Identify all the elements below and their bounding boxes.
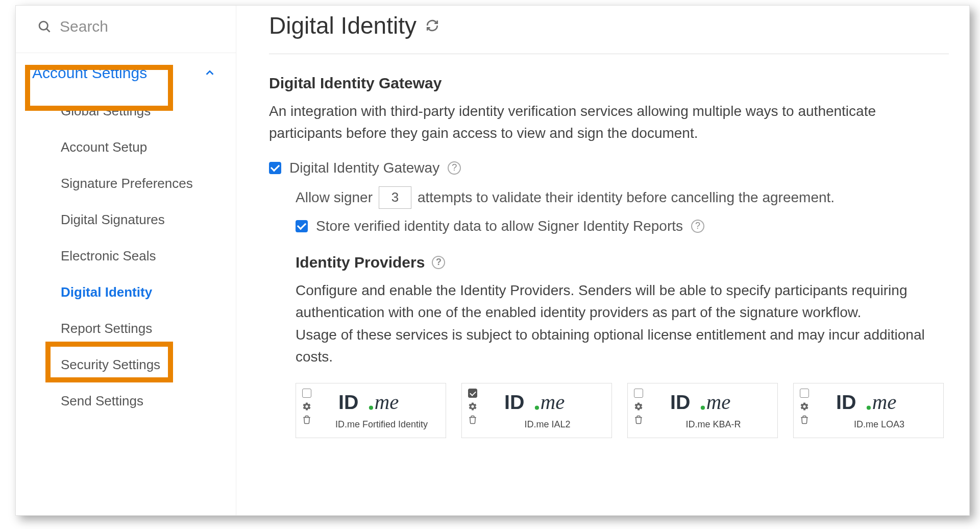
svg-point-9 <box>700 405 704 410</box>
chevron-up-icon <box>204 67 215 79</box>
svg-text:me: me <box>706 392 730 414</box>
main-panel: Digital Identity Digital Identity Gatewa… <box>236 6 969 515</box>
provider-card-loa3[interactable]: IDme ID.me LOA3 <box>793 383 944 438</box>
trash-icon[interactable] <box>800 415 809 424</box>
provider-card-fortified[interactable]: IDme ID.me Fortified Identity <box>296 383 446 438</box>
provider-caption: ID.me KBA-R <box>685 419 741 430</box>
sidebar-item-global-settings[interactable]: Global Settings <box>16 93 236 129</box>
gear-icon[interactable] <box>302 402 311 411</box>
provider-enable-checkbox[interactable] <box>468 389 477 398</box>
svg-point-0 <box>39 21 47 30</box>
idme-logo-icon: IDme <box>670 392 757 416</box>
provider-caption: ID.me Fortified Identity <box>335 419 428 430</box>
store-identity-label: Store verified identity data to allow Si… <box>316 218 683 234</box>
provider-enable-checkbox[interactable] <box>302 389 311 398</box>
sidebar-item-security-settings[interactable]: Security Settings <box>16 347 236 383</box>
sidebar-item-digital-signatures[interactable]: Digital Signatures <box>16 202 236 238</box>
svg-text:ID: ID <box>338 392 358 413</box>
gateway-enable-checkbox[interactable] <box>269 162 281 174</box>
providers-heading: Identity Providers <box>296 254 445 271</box>
idme-logo-icon: IDme <box>338 392 425 416</box>
sidebar-item-report-settings[interactable]: Report Settings <box>16 310 236 347</box>
attempts-input[interactable] <box>379 186 411 209</box>
sidebar-item-send-settings[interactable]: Send Settings <box>16 383 236 419</box>
page-title: Digital Identity <box>269 12 416 39</box>
gateway-enable-label: Digital Identity Gateway <box>289 160 439 176</box>
sidebar-item-account-setup[interactable]: Account Setup <box>16 129 236 165</box>
trash-icon[interactable] <box>468 415 477 424</box>
providers-heading-text: Identity Providers <box>296 254 425 271</box>
refresh-icon[interactable] <box>426 19 439 32</box>
provider-caption: ID.me LOA3 <box>854 419 904 430</box>
store-identity-checkbox[interactable] <box>296 220 308 232</box>
provider-caption: ID.me IAL2 <box>524 419 570 430</box>
svg-point-3 <box>369 405 373 410</box>
providers-grid: IDme ID.me Fortified Identity <box>296 383 949 438</box>
trash-icon[interactable] <box>634 415 643 424</box>
nav-group-account-settings[interactable]: Account Settings <box>16 53 236 93</box>
svg-point-12 <box>866 405 870 410</box>
gear-icon[interactable] <box>800 402 809 411</box>
sidebar-item-digital-identity[interactable]: Digital Identity <box>16 274 236 310</box>
attempts-post: attempts to validate their identity befo… <box>418 189 835 206</box>
svg-text:ID: ID <box>836 392 856 413</box>
svg-point-6 <box>534 405 538 410</box>
sidebar-item-signature-preferences[interactable]: Signature Preferences <box>16 165 236 202</box>
gear-icon[interactable] <box>634 402 643 411</box>
provider-card-ial2[interactable]: IDme ID.me IAL2 <box>461 383 612 438</box>
nav-group-label: Account Settings <box>32 64 147 82</box>
svg-text:me: me <box>872 392 896 414</box>
idme-logo-icon: IDme <box>836 392 923 416</box>
sidebar-item-electronic-seals[interactable]: Electronic Seals <box>16 238 236 274</box>
gear-icon[interactable] <box>468 402 477 411</box>
help-icon[interactable] <box>448 161 461 175</box>
gateway-heading: Digital Identity Gateway <box>269 75 442 92</box>
idme-logo-icon: IDme <box>504 392 591 416</box>
provider-card-kba-r[interactable]: IDme ID.me KBA-R <box>627 383 778 438</box>
sidebar: Search Account Settings Global Settings … <box>16 6 236 515</box>
svg-text:ID: ID <box>670 392 690 413</box>
provider-enable-checkbox[interactable] <box>634 389 643 398</box>
help-icon[interactable] <box>691 220 704 233</box>
trash-icon[interactable] <box>302 415 311 424</box>
attempts-pre: Allow signer <box>296 189 373 206</box>
svg-text:me: me <box>540 392 565 414</box>
search-placeholder: Search <box>60 18 108 35</box>
gateway-description: An integration with third-party identity… <box>269 100 949 145</box>
provider-enable-checkbox[interactable] <box>800 389 809 398</box>
svg-line-1 <box>46 29 50 32</box>
search-icon <box>37 19 52 34</box>
providers-description: Configure and enable the Identity Provid… <box>296 279 949 368</box>
svg-text:me: me <box>374 392 399 414</box>
help-icon[interactable] <box>432 256 445 269</box>
svg-text:ID: ID <box>504 392 524 413</box>
search-row[interactable]: Search <box>16 18 236 53</box>
